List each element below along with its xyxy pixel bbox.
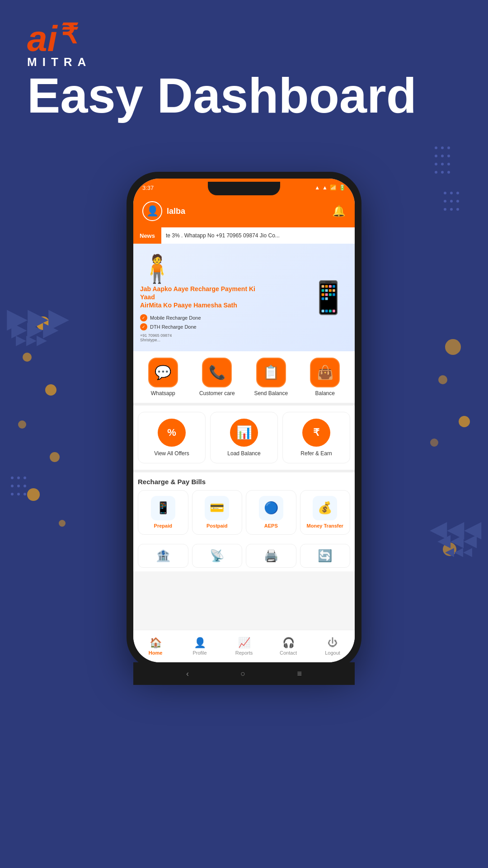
prepaid-button[interactable]: 📱 Prepaid (138, 490, 188, 535)
refer-earn-label: Refer & Earn (300, 450, 332, 457)
money-transfer-icon: 💰 (313, 496, 337, 520)
logo-ai: ai (27, 19, 57, 59)
more-services-row: 🏦 📡 🖨️ 🔄 (133, 540, 355, 571)
recharge-section-title: Recharge & Pay Bills (138, 478, 350, 486)
refer-earn-button[interactable]: ₹ Refer & Earn (282, 412, 350, 463)
customer-care-label: Customer care (199, 390, 235, 396)
offers-icon: % (158, 419, 186, 447)
profile-icon: 👤 (194, 637, 206, 649)
aeps-label: AEPS (264, 523, 278, 529)
postpaid-icon: 💳 (205, 496, 229, 520)
balance-label: Balance (315, 390, 335, 396)
logo-rupee: ₹ (61, 19, 78, 49)
whatsapp-button[interactable]: 💬 Whatsapp (138, 358, 188, 396)
nav-logout[interactable]: ⏻ Logout (310, 633, 355, 660)
banner-character: 🧍 (140, 253, 256, 285)
nav-profile[interactable]: 👤 Profile (178, 633, 222, 660)
banner-checks: ✓ Mobile Recharge Done ✓ DTH Recharge Do… (140, 314, 256, 330)
more-icon-2: 📡 (210, 549, 224, 563)
banner-title: Jab Aapko Aaye Recharge Payment Ki Yaad … (140, 285, 256, 310)
nav-contact[interactable]: 🎧 Contact (266, 633, 310, 660)
check-recharge: ✓ Mobile Recharge Done (140, 314, 256, 321)
reports-nav-label: Reports (235, 650, 253, 656)
logout-icon: ⏻ (328, 637, 338, 649)
avatar: 👤 (142, 201, 162, 221)
postpaid-label: Postpaid (206, 523, 227, 529)
more-icon-4: 🔄 (318, 549, 332, 563)
money-transfer-label: Money Transfer (307, 523, 343, 529)
balance-icon: 👜 (310, 358, 340, 387)
profile-nav-label: Profile (192, 650, 206, 656)
reports-icon: 📈 (238, 637, 250, 649)
news-label: News (133, 227, 161, 244)
balance-button[interactable]: 👜 Balance (300, 358, 351, 396)
banner-phone-icon: 📱 (309, 279, 348, 316)
phone-screen: 3:37 ▲ ▲ 📶 🔋 👤 lalba 🔔 (133, 179, 355, 662)
status-time: 3:37 (142, 184, 154, 191)
contact-icon: 🎧 (282, 637, 295, 649)
phone-mockup: 3:37 ▲ ▲ 📶 🔋 👤 lalba 🔔 (127, 172, 361, 669)
username: lalba (167, 207, 185, 216)
send-balance-button[interactable]: 📋 Send Balance (246, 358, 296, 396)
load-balance-label: Load Balance (227, 450, 260, 457)
news-ticker: News te 3% . Whatapp No +91 70965 09874 … (133, 227, 355, 244)
prepaid-label: Prepaid (154, 523, 172, 529)
aeps-button[interactable]: 🔵 AEPS (246, 490, 296, 535)
recharge-grid: 📱 Prepaid 💳 Postpaid 🔵 AEPS 💰 Money Tran… (138, 490, 350, 535)
page-headline: Easy Dashboard (27, 68, 417, 123)
nav-reports[interactable]: 📈 Reports (222, 633, 266, 660)
more-item-3[interactable]: 🖨️ (246, 544, 296, 568)
refer-earn-icon: ₹ (302, 419, 330, 447)
more-icon-1: 🏦 (156, 549, 170, 563)
recharge-section: Recharge & Pay Bills 📱 Prepaid 💳 Postpai… (133, 472, 355, 540)
send-balance-label: Send Balance (254, 390, 288, 396)
utility-grid: % View All Offers 📊 Load Balance ₹ Refer… (133, 406, 355, 472)
quick-actions-grid: 💬 Whatsapp 📞 Customer care 📋 Send Balanc… (133, 351, 355, 406)
banner-content: 🧍 Jab Aapko Aaye Recharge Payment Ki Yaa… (140, 253, 256, 342)
customer-care-icon: 📞 (202, 358, 232, 387)
logo-area: ai ₹ MITRA (27, 18, 91, 69)
check-icon: ✓ (140, 323, 147, 330)
menu-button[interactable]: ≡ (297, 669, 302, 679)
phone-system-nav: ‹ ○ ≡ (133, 662, 355, 685)
bottom-navigation: 🏠 Home 👤 Profile 📈 Reports 🎧 Contact ⏻ (133, 630, 355, 662)
app-header: 👤 lalba 🔔 (133, 197, 355, 227)
notification-bell-icon[interactable]: 🔔 (332, 205, 346, 217)
more-item-4[interactable]: 🔄 (300, 544, 351, 568)
prepaid-icon: 📱 (151, 496, 175, 520)
promo-banner: 🧍 Jab Aapko Aaye Recharge Payment Ki Yaa… (133, 244, 355, 351)
more-item-2[interactable]: 📡 (192, 544, 243, 568)
news-text: te 3% . Whatapp No +91 70965 09874 Jio C… (161, 232, 280, 239)
banner-phone-info: +91 70965 09874 Shristype... (140, 333, 256, 342)
home-button[interactable]: ○ (240, 669, 245, 679)
nav-home[interactable]: 🏠 Home (133, 633, 178, 660)
postpaid-button[interactable]: 💳 Postpaid (192, 490, 243, 535)
home-nav-label: Home (149, 650, 163, 656)
banner-image: 📱 (256, 279, 348, 316)
more-item-1[interactable]: 🏦 (138, 544, 188, 568)
back-button[interactable]: ‹ (186, 669, 189, 679)
whatsapp-icon: 💬 (148, 358, 178, 387)
logout-nav-label: Logout (325, 650, 340, 656)
load-balance-button[interactable]: 📊 Load Balance (210, 412, 278, 463)
contact-nav-label: Contact (280, 650, 297, 656)
check-icon: ✓ (140, 314, 147, 321)
aeps-icon: 🔵 (259, 496, 283, 520)
load-balance-icon: 📊 (230, 419, 258, 447)
customer-care-button[interactable]: 📞 Customer care (192, 358, 243, 396)
check-dth: ✓ DTH Recharge Done (140, 323, 256, 330)
user-info: 👤 lalba (142, 201, 185, 221)
whatsapp-label: Whatsapp (151, 390, 175, 396)
more-icon-3: 🖨️ (264, 549, 278, 563)
phone-notch (208, 182, 280, 195)
home-icon: 🏠 (150, 637, 162, 649)
avatar-icon: 👤 (146, 205, 159, 217)
view-all-offers-button[interactable]: % View All Offers (138, 412, 206, 463)
offers-label: View All Offers (154, 450, 189, 457)
status-icons: ▲ ▲ 📶 🔋 (314, 184, 346, 191)
money-transfer-button[interactable]: 💰 Money Transfer (300, 490, 351, 535)
send-balance-icon: 📋 (256, 358, 286, 387)
